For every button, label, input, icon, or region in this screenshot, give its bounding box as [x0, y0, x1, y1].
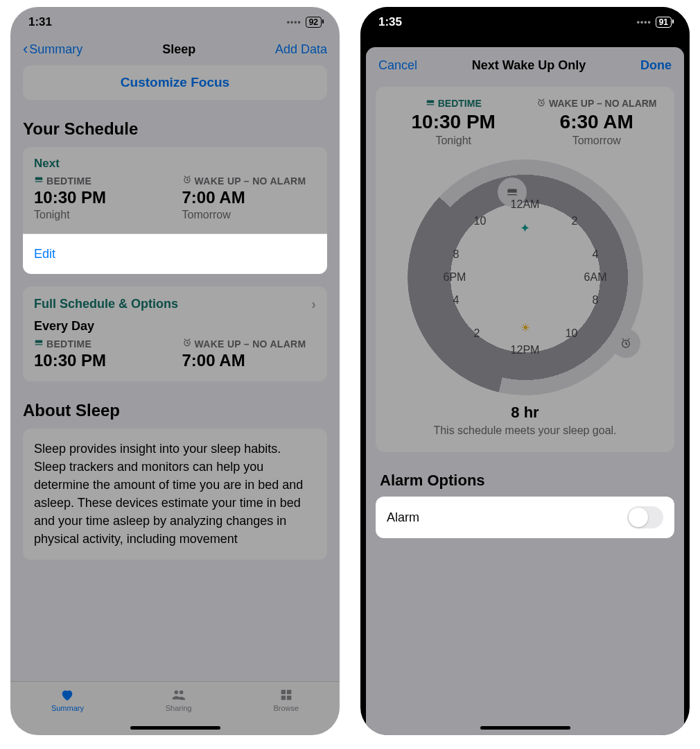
- customize-focus-button[interactable]: Customize Focus: [23, 65, 327, 100]
- clock-hour: 10: [566, 327, 578, 340]
- status-time: 1:31: [28, 15, 52, 29]
- clock-hour: 4: [453, 294, 460, 307]
- sheet-title: Next Wake Up Only: [472, 58, 586, 73]
- status-right: •••• 91: [637, 17, 672, 28]
- alarm-toggle[interactable]: [627, 506, 663, 528]
- sun-icon: ☀: [520, 321, 530, 334]
- clock-hour: 2: [572, 215, 578, 227]
- clock-12pm: 12PM: [511, 344, 540, 356]
- grid-icon: [277, 687, 295, 703]
- nav-bar: ‹ Summary Sleep Add Data: [10, 37, 340, 65]
- tab-label: Browse: [273, 704, 299, 712]
- sheet-nav: Cancel Next Wake Up Only Done: [366, 47, 684, 84]
- wakeup-label: WAKE UP – NO ALARM: [549, 98, 657, 110]
- battery-icon: 92: [306, 17, 322, 28]
- full-schedule-card[interactable]: Full Schedule & Options › Every Day BEDT…: [23, 286, 327, 381]
- clock-hour: 4: [593, 248, 599, 261]
- bed-icon: [426, 98, 435, 110]
- alarm-label: Alarm: [387, 510, 419, 525]
- wakeup-handle[interactable]: [611, 329, 640, 358]
- heart-icon: [58, 687, 76, 703]
- clock-12am: 12AM: [511, 198, 540, 211]
- home-indicator[interactable]: [130, 726, 220, 730]
- about-sleep-heading: About Sleep: [23, 401, 327, 420]
- wakeup-label: WAKE UP – NO ALARM: [195, 338, 306, 350]
- chevron-left-icon: ‹: [23, 42, 28, 57]
- alarm-icon: [182, 175, 192, 187]
- status-right: •••• 92: [287, 17, 322, 28]
- back-summary-button[interactable]: ‹ Summary: [23, 42, 82, 57]
- more-dots-icon: ••••: [287, 17, 301, 27]
- wakeup-col: WAKE UP – NO ALARM 7:00 AM Tomorrow: [182, 175, 317, 221]
- sleep-wheel[interactable]: 12AM 12PM 6AM 6PM 2 4 8 10 2 4 8 10 ✦ ☀: [408, 160, 643, 395]
- wakeup-day: Tomorrow: [529, 135, 665, 147]
- status-bar: 1:35 •••• 91: [360, 7, 690, 37]
- edit-button[interactable]: Edit: [23, 234, 327, 274]
- sleep-duration: 8 hr: [385, 404, 665, 422]
- back-label: Summary: [29, 42, 82, 57]
- tab-sharing[interactable]: Sharing: [166, 687, 192, 712]
- full-schedule-label: Full Schedule & Options: [34, 297, 178, 311]
- bed-icon: [34, 175, 44, 187]
- phone-sleep-summary: 1:31 •••• 92 ‹ Summary Sleep Add Data Cu…: [10, 7, 340, 735]
- chevron-right-icon: ›: [311, 296, 316, 312]
- status-bar: 1:31 •••• 92: [10, 7, 340, 37]
- sleep-goal-note: This schedule meets your sleep goal.: [385, 424, 665, 437]
- alarm-options-heading: Alarm Options: [380, 472, 670, 490]
- clock-6am: 6AM: [584, 271, 607, 284]
- wakeup-time: 7:00 AM: [182, 188, 317, 207]
- wakeup-day: Tomorrow: [182, 209, 317, 221]
- stars-icon: ✦: [520, 221, 530, 236]
- bedtime-day: Tonight: [34, 209, 168, 221]
- your-schedule-heading: Your Schedule: [23, 119, 327, 139]
- bed-icon: [34, 338, 44, 350]
- next-label: Next: [34, 157, 316, 171]
- wakeup-time: 7:00 AM: [182, 351, 317, 370]
- bed-icon: [506, 186, 518, 198]
- tab-summary[interactable]: Summary: [51, 687, 84, 712]
- bedtime-col: BEDTIME 10:30 PM Tonight: [34, 175, 168, 221]
- home-indicator[interactable]: [480, 726, 570, 730]
- people-icon: [170, 687, 188, 703]
- alarm-icon: [182, 338, 192, 350]
- clock-hour: 2: [474, 327, 480, 340]
- bedtime-label: BEDTIME: [46, 175, 91, 187]
- edit-sheet: Cancel Next Wake Up Only Done BEDTIME 10…: [366, 47, 684, 735]
- bedtime-day: Tonight: [385, 135, 522, 147]
- bedtime-time: 10:30 PM: [385, 111, 522, 133]
- full-schedule-link[interactable]: Full Schedule & Options ›: [34, 296, 316, 312]
- alarm-icon: [620, 337, 632, 350]
- more-dots-icon: ••••: [637, 17, 651, 27]
- next-schedule-card: Next BEDTIME 10:30 PM Tonight: [23, 147, 327, 234]
- bedtime-summary: BEDTIME 10:30 PM Tonight: [385, 98, 522, 147]
- cancel-button[interactable]: Cancel: [378, 58, 417, 73]
- tab-label: Sharing: [166, 704, 192, 712]
- clock-hour: 10: [474, 215, 487, 227]
- toggle-knob: [629, 508, 648, 527]
- add-data-button[interactable]: Add Data: [275, 42, 327, 57]
- page-title: Sleep: [162, 42, 195, 57]
- phone-edit-sleep: 1:35 •••• 91 Cancel Next Wake Up Only Do…: [360, 7, 690, 735]
- wakeup-label: WAKE UP – NO ALARM: [195, 175, 306, 187]
- about-sleep-body: Sleep provides insight into your sleep h…: [23, 429, 327, 560]
- alarm-icon: [536, 98, 546, 110]
- bedtime-label: BEDTIME: [438, 98, 482, 110]
- clock-hour: 8: [593, 294, 599, 307]
- clock-hour: 8: [453, 248, 460, 261]
- tab-browse[interactable]: Browse: [273, 687, 299, 712]
- alarm-toggle-row[interactable]: Alarm: [376, 497, 674, 538]
- schedule-days: Every Day: [34, 319, 316, 334]
- bedtime-time: 10:30 PM: [34, 351, 168, 370]
- tab-label: Summary: [51, 704, 84, 712]
- wakeup-time: 6:30 AM: [529, 111, 665, 133]
- bedtime-label: BEDTIME: [46, 338, 91, 350]
- battery-icon: 91: [656, 17, 672, 28]
- bedtime-time: 10:30 PM: [34, 188, 168, 207]
- sleep-wheel-card: BEDTIME 10:30 PM Tonight WAKE UP – NO AL…: [376, 87, 674, 452]
- wakeup-summary: WAKE UP – NO ALARM 6:30 AM Tomorrow: [529, 98, 665, 147]
- clock-6pm: 6PM: [444, 271, 466, 284]
- status-time: 1:35: [378, 15, 402, 29]
- done-button[interactable]: Done: [640, 58, 672, 73]
